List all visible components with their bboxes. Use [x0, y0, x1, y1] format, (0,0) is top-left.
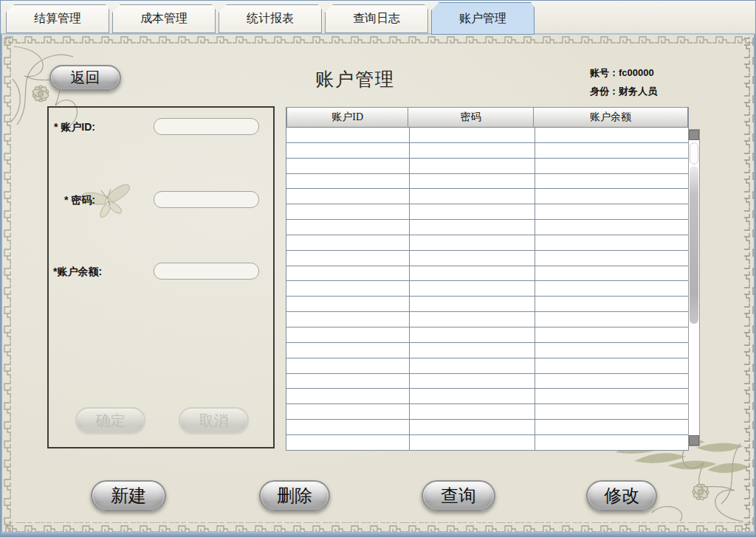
account-management-page: 返回 账户管理 账号：fc00000 身份：财务人员 * 账户ID: * 密码:… [2, 35, 754, 532]
account-id-label: * 账户ID: [54, 121, 95, 134]
table-row[interactable] [286, 159, 688, 174]
back-button[interactable]: 返回 [49, 65, 121, 91]
table-row[interactable] [286, 189, 688, 204]
column-divider [535, 128, 535, 451]
table-body[interactable] [286, 128, 688, 451]
query-button[interactable]: 查询 [422, 480, 495, 511]
balance-label: *账户余额: [53, 266, 102, 279]
table-row[interactable] [286, 358, 688, 374]
border-top-ornament [4, 36, 753, 46]
password-label: * 密码: [64, 194, 95, 207]
balance-field[interactable] [154, 263, 259, 280]
border-left-ornament [4, 37, 13, 531]
password-field[interactable] [154, 191, 259, 208]
scroll-track-segment[interactable] [690, 142, 698, 164]
account-number-text: 账号：fc00000 [590, 66, 738, 80]
table-row[interactable] [286, 312, 688, 328]
tab-accounts[interactable]: 账户管理 [431, 2, 535, 35]
table-row[interactable] [286, 328, 688, 343]
identity-value: 财务人员 [619, 86, 657, 97]
cancel-button[interactable]: 取消 [179, 407, 249, 434]
tab-cost[interactable]: 成本管理 [112, 4, 216, 33]
tab-underline [1, 33, 755, 35]
column-header-0[interactable]: 账户ID [286, 107, 408, 128]
table-row[interactable] [286, 220, 688, 235]
table-row[interactable] [286, 174, 688, 190]
table-row[interactable] [286, 374, 688, 389]
scroll-up-button[interactable] [689, 130, 699, 140]
tab-settlement[interactable]: 结算管理 [6, 4, 109, 33]
table-row[interactable] [286, 128, 688, 143]
app-window: 结算管理成本管理统计报表查询日志账户管理 [0, 0, 756, 537]
table-row[interactable] [286, 281, 688, 297]
table-row[interactable] [286, 143, 688, 159]
table-row[interactable] [286, 297, 688, 312]
table-row[interactable] [286, 404, 688, 420]
account-number-label: 账号： [590, 67, 619, 78]
scroll-thumb[interactable] [690, 166, 698, 324]
identity-text: 身份：财务人员 [590, 85, 738, 98]
page-title: 账户管理 [252, 67, 458, 91]
table-row[interactable] [286, 204, 688, 220]
new-button[interactable]: 新建 [91, 480, 166, 511]
scroll-down-button[interactable] [689, 435, 699, 446]
account-id-field[interactable] [154, 118, 259, 135]
identity-label: 身份： [590, 86, 619, 97]
table-scrollbar[interactable] [688, 129, 700, 446]
accounts-table: 账户ID密码账户余额 [286, 107, 689, 451]
table-header: 账户ID密码账户余额 [286, 107, 688, 128]
table-row[interactable] [286, 343, 688, 358]
delete-button[interactable]: 删除 [259, 480, 330, 511]
table-row[interactable] [286, 389, 688, 404]
account-number-value: fc00000 [619, 67, 654, 78]
column-divider [409, 128, 410, 451]
border-bottom-ornament [4, 522, 753, 532]
tab-reports[interactable]: 统计报表 [219, 4, 322, 33]
column-header-1[interactable]: 密码 [408, 107, 533, 128]
table-row[interactable] [286, 251, 688, 266]
modify-button[interactable]: 修改 [586, 480, 657, 511]
tab-bar: 结算管理成本管理统计报表查询日志账户管理 [1, 1, 755, 35]
window-bottom-edge [1, 532, 755, 536]
table-row[interactable] [286, 266, 688, 282]
tab-logs[interactable]: 查询日志 [325, 4, 428, 33]
column-header-2[interactable]: 账户余额 [534, 107, 688, 128]
confirm-button[interactable]: 确定 [75, 407, 145, 434]
table-row[interactable] [286, 235, 688, 251]
table-row[interactable] [286, 420, 688, 435]
border-right-ornament [744, 37, 754, 531]
table-row[interactable] [286, 435, 688, 451]
